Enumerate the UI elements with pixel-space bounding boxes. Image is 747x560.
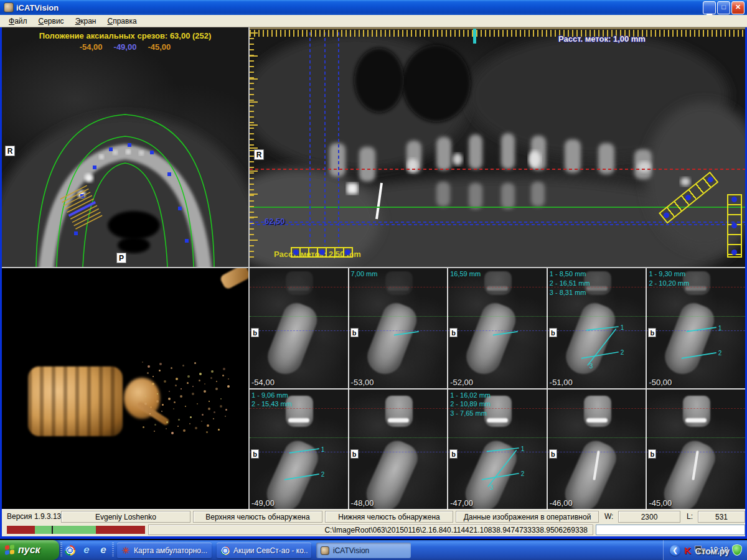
- minimize-button[interactable]: ▁: [703, 1, 716, 14]
- vertical-guide-line: [309, 32, 311, 246]
- slice-cell[interactable]: b -46,00: [548, 390, 646, 510]
- buccal-marker: b: [350, 449, 359, 459]
- slice-cell[interactable]: b -48,00: [349, 390, 448, 510]
- 3d-speckle: [157, 393, 158, 394]
- svg-text:2: 2: [321, 470, 325, 478]
- menu-item-справка[interactable]: Справка: [102, 16, 141, 27]
- tray-collapse-icon[interactable]: ❮: [670, 545, 680, 556]
- 3d-speckle: [225, 416, 226, 417]
- measurement-ruler-horizontal[interactable]: [291, 247, 353, 258]
- 3d-speckle: [142, 362, 143, 363]
- 3d-speckle: [182, 365, 184, 366]
- 3d-speckle: [173, 408, 174, 409]
- svg-text:2: 2: [718, 349, 722, 357]
- level-bar-green: [35, 526, 52, 534]
- axial-marker-value: -54,00: [80, 42, 103, 52]
- taskbar: пуск ee ✳Карта амбулаторно...Акции СевСт…: [0, 540, 747, 560]
- internet-explorer-2-icon[interactable]: e: [97, 544, 110, 556]
- taskbar-separator: [112, 543, 114, 558]
- menu-item-экран[interactable]: Экран: [70, 16, 101, 27]
- task-button-label: iCATVision: [333, 546, 369, 555]
- menu-bar: ФайлСервисЭкранСправка: [0, 15, 747, 27]
- 3d-speckle: [159, 363, 162, 365]
- menu-item-файл[interactable]: Файл: [4, 16, 32, 27]
- slice-position-label: -46,00: [550, 498, 573, 508]
- maximize-button[interactable]: □: [717, 1, 730, 14]
- 3d-speckle: [171, 367, 172, 369]
- slice-cell[interactable]: 123 b 1 - 8,50 mm2 - 16,51 mm3 - 8,31 mm…: [548, 268, 646, 388]
- 3d-speckle: [195, 427, 197, 429]
- task-button-3[interactable]: iCATVision: [316, 543, 411, 558]
- measurement-lines: [647, 390, 745, 510]
- 3d-speckle: [147, 372, 149, 374]
- 3d-speckle: [143, 426, 144, 428]
- slice-cell[interactable]: 12 b 1 - 9,30 mm2 - 10,20 mm -50,00: [647, 268, 745, 388]
- slice-cell[interactable]: b 7,00 mm -53,00: [349, 268, 448, 388]
- svg-text:1: 1: [321, 445, 325, 453]
- user-field: Evgeniy Loshenko: [61, 511, 190, 523]
- task-button-2[interactable]: Акции СевСт-ао - ко...: [217, 543, 311, 558]
- slice-position-label: -52,00: [450, 378, 473, 387]
- 3d-speckle: [227, 385, 230, 388]
- start-button-label: пуск: [18, 544, 40, 556]
- panel-top-edge: [250, 27, 745, 29]
- status-bar-lower: C:\ImageRoot\063\20150116\2.16.840.11442…: [2, 523, 745, 536]
- axial-marker-value: -45,00: [148, 42, 171, 52]
- menu-item-сервис[interactable]: Сервис: [34, 16, 69, 27]
- slice-cell[interactable]: 123 b 1 - 16,02 mm2 - 10,89 mm3 - 7,65 m…: [448, 390, 547, 510]
- 3d-speckle: [211, 370, 214, 373]
- lower-jaw-status-field: Нижняя челюсть обнаружена: [325, 511, 453, 523]
- 3d-speckle: [222, 375, 224, 376]
- axial-slice-markers: -54,00-49,00-45,00: [2, 42, 248, 52]
- slice-cell-selected[interactable]: 12 b 1 - 9,06 mm2 - 15,43 mm -49,00: [250, 390, 348, 510]
- buccal-marker: b: [251, 328, 259, 337]
- measurement-lines: [250, 268, 348, 388]
- 3d-speckle: [189, 423, 190, 424]
- start-button[interactable]: пуск: [0, 540, 59, 560]
- slice-position-marker[interactable]: [473, 29, 476, 44]
- chrome-icon[interactable]: [63, 544, 76, 556]
- internet-explorer-icon[interactable]: e: [80, 544, 93, 556]
- 3d-speckle: [152, 383, 154, 385]
- axial-view-panel[interactable]: Положение аксиальных срезов: 63,00 (252)…: [2, 27, 248, 267]
- slice-position-label: -49,00: [251, 498, 275, 508]
- window-level-label: L:: [687, 512, 693, 521]
- taskbar-clock[interactable]: 19:18: [710, 546, 728, 554]
- command-input[interactable]: [596, 525, 745, 535]
- level-bar-red-left: [7, 526, 35, 534]
- close-button[interactable]: ✕: [731, 1, 745, 14]
- 3d-speckle: [154, 424, 156, 426]
- 3d-speckle: [154, 431, 155, 432]
- measurement-values: 1 - 9,06 mm2 - 15,43 mm: [251, 391, 292, 409]
- kaspersky-tray-icon[interactable]: K: [684, 545, 691, 556]
- star-icon: ✳: [121, 546, 131, 556]
- 3d-speckle: [166, 428, 167, 429]
- 3d-speckle: [199, 373, 202, 375]
- 3d-render-panel[interactable]: [2, 268, 248, 509]
- window-level-value: 531: [698, 511, 745, 523]
- buccal-marker: b: [549, 449, 557, 459]
- shield-tray-icon[interactable]: [732, 544, 742, 556]
- vertical-guide-line: [324, 32, 326, 246]
- task-button-1[interactable]: ✳Карта амбулаторно...: [117, 543, 212, 558]
- measurement-lines: [548, 390, 646, 510]
- top-ruler-ticks: [250, 30, 745, 37]
- icat-icon: [320, 546, 330, 556]
- network-tray-icon[interactable]: [695, 546, 706, 554]
- slice-cell[interactable]: b -45,00: [647, 390, 745, 510]
- 3d-speckle: [190, 416, 192, 418]
- panoramic-view-panel[interactable]: Расст. меток: 1,00 mm 62,50 Расст. меток…: [250, 27, 745, 267]
- 3d-speckle: [206, 431, 208, 433]
- level-window-bar[interactable]: [7, 526, 145, 534]
- 3d-speckle: [202, 414, 204, 416]
- measurement-ruler-vertical[interactable]: [727, 194, 742, 258]
- slice-cell[interactable]: b -54,00: [250, 268, 348, 388]
- 3d-speckle: [148, 365, 150, 368]
- left-ruler-ticks: [250, 32, 258, 260]
- svg-text:3: 3: [590, 362, 593, 370]
- status-bar: Версия 1.9.3.13 Evgeniy Loshenko Верхняя…: [2, 509, 745, 523]
- window-width-label: W:: [604, 512, 613, 521]
- slice-cell[interactable]: b 16,59 mm -52,00: [448, 268, 547, 388]
- 3d-corner-fragment: [219, 268, 248, 290]
- slice-position-label: -47,00: [450, 498, 473, 508]
